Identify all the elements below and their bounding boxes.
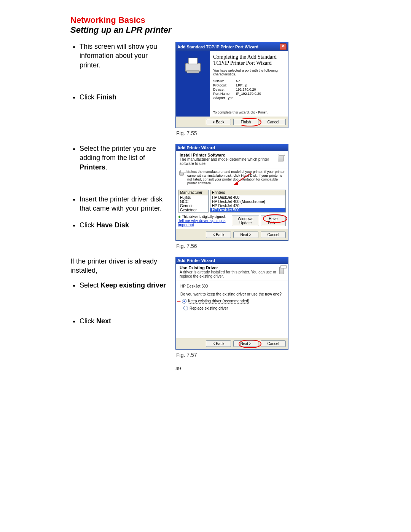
printer-illustration-icon [182, 55, 204, 78]
column-header: Manufacturer [178, 190, 208, 195]
wizard-dialog-existing-driver: Add Printer Wizard Use Existing Driver A… [175, 257, 288, 350]
instruction-item: This screen will show you information ab… [80, 42, 169, 70]
text: Click [80, 93, 96, 101]
cancel-button[interactable]: Cancel [261, 119, 286, 125]
question-text: Do you want to keep the existing driver … [180, 292, 286, 296]
bold-text: Keep existing driver [100, 281, 166, 289]
instruction-item: Insert the printer driver disk that came… [80, 195, 169, 213]
cancel-button[interactable]: Cancel [261, 232, 286, 238]
figure-caption: Fig. 7.56 [176, 243, 342, 249]
figure-caption: Fig. 7.57 [176, 352, 342, 358]
list-item[interactable]: Generic [178, 204, 208, 208]
bold-text: Have Disk [96, 221, 129, 229]
text: . [105, 163, 107, 171]
wizard-dialog-install-software: Add Printer Wizard Install Printer Softw… [175, 144, 288, 241]
windows-update-button[interactable]: Windows Update [232, 216, 259, 226]
wizard-subtext: You have selected a port with the follow… [213, 69, 285, 76]
highlight-oval [239, 340, 261, 348]
finish-button[interactable]: Finish [233, 119, 258, 125]
keep-driver-radio[interactable]: Keep existing driver (recommended) [182, 299, 249, 304]
bold-text: Printers [80, 163, 105, 171]
value: 192.170.0.20 [236, 88, 285, 91]
column-header: Printers [210, 190, 285, 195]
list-item[interactable]: HP DeskJet 420 [210, 204, 285, 208]
label: SNMP: [213, 79, 236, 83]
text: Select the printer you are adding from t… [80, 145, 156, 161]
radio-label: Keep existing driver (recommended) [188, 299, 249, 304]
wizard-step-sub: A driver is already installed for this p… [180, 270, 278, 278]
wizard-footer-text: To complete this wizard, click Finish. [213, 110, 285, 114]
page-number: 49 [175, 366, 342, 371]
list-item[interactable]: HP [178, 212, 208, 212]
highlight-oval [263, 214, 287, 223]
svg-rect-1 [188, 58, 198, 64]
page-title: Networking Basics [70, 15, 342, 25]
arrow-annotation-icon [234, 172, 256, 185]
dialog-title: Add Printer Wizard [177, 145, 215, 150]
dialog-title: Add Standard TCP/IP Printer Port Wizard [177, 45, 258, 49]
printer-icon [278, 265, 285, 275]
wizard-step-title: Install Printer Software [180, 153, 277, 157]
list-item-selected[interactable]: HP DeskJet 500 [210, 208, 285, 212]
list-item[interactable]: Fujitsu [178, 195, 208, 200]
dialog-title: Add Printer Wizard [177, 258, 215, 263]
close-icon[interactable]: ✕ [280, 43, 287, 50]
list-item[interactable]: Gestetner [178, 208, 208, 212]
text: Click [80, 317, 96, 325]
manufacturer-list[interactable]: Manufacturer Fujitsu GCC Generic Gestetn… [178, 190, 209, 212]
replace-driver-radio[interactable]: Replace existing driver [183, 306, 286, 310]
svg-marker-4 [234, 182, 238, 185]
value: LPR, lp [236, 83, 285, 87]
wizard-step-sub: The manufacturer and model determine whi… [180, 157, 277, 166]
page-subtitle: Setting up an LPR printer [70, 25, 342, 35]
svg-rect-2 [187, 70, 199, 73]
label: Protocol: [213, 83, 236, 87]
radio-label: Replace existing driver [190, 306, 228, 310]
list-item[interactable]: HP DeskJet 400 (Monochrome) [210, 200, 285, 204]
label: Adapter Type: [213, 96, 236, 100]
text: Click [80, 221, 96, 229]
list-item[interactable]: HP DeskJet 400 [210, 195, 285, 200]
back-button[interactable]: < Back [206, 340, 231, 347]
instruction-item: Select the printer you are adding from t… [80, 144, 169, 172]
wizard-dialog-port: Add Standard TCP/IP Printer Port Wizard … [175, 42, 288, 128]
driver-signing-link[interactable]: Tell me why driver signing is important [178, 219, 232, 227]
shield-icon: ◆ [178, 215, 181, 219]
back-button[interactable]: < Back [206, 119, 231, 125]
wizard-heading: Completing the Add Standard TCP/IP Print… [213, 54, 285, 66]
text: Select [80, 281, 100, 289]
instruction-item: Click Next [80, 316, 169, 326]
instruction-item: Click Have Disk [80, 220, 169, 230]
cancel-button[interactable]: Cancel [261, 340, 286, 347]
list-item[interactable]: GCC [178, 200, 208, 204]
printer-model: HP DeskJet 500 [180, 284, 286, 288]
bold-text: Finish [96, 93, 116, 101]
label: Port Name: [213, 92, 236, 96]
back-button[interactable]: < Back [206, 232, 231, 238]
printers-list[interactable]: Printers HP DeskJet 400 HP DeskJet 400 (… [210, 190, 286, 212]
figure-caption: Fig. 7.55 [176, 130, 342, 136]
signed-text: This driver is digitally signed. [182, 215, 226, 219]
next-button[interactable]: Next > [233, 232, 258, 238]
arrow-annotation-icon: → [176, 298, 182, 305]
wizard-step-title: Use Existing Driver [180, 265, 278, 270]
printer-icon [178, 170, 185, 177]
instruction-item: Select Keep existing driver [80, 281, 169, 290]
svg-line-3 [236, 173, 251, 183]
instruction-item: Click Finish [80, 93, 169, 102]
printer-icon [277, 153, 285, 163]
value: No [236, 79, 285, 83]
lead-text: If the printer driver is already install… [70, 257, 169, 275]
value: IP_192.170.0.20 [236, 92, 285, 96]
label: Device: [213, 88, 236, 91]
bold-text: Next [96, 317, 111, 325]
